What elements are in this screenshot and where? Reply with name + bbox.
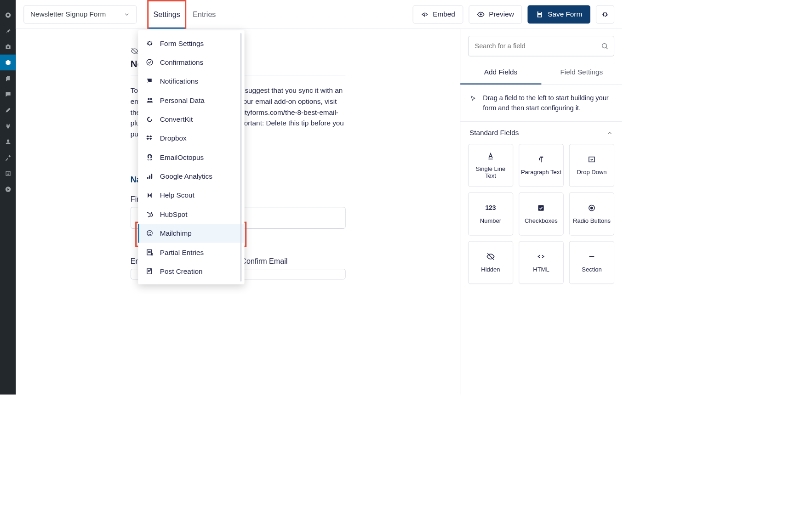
preview-button[interactable]: Preview [469,5,522,23]
form-settings-gear-button[interactable] [596,5,614,23]
plugins-icon[interactable] [0,118,16,134]
chevron-down-icon [124,11,130,17]
svg-point-11 [150,98,152,100]
mailchimp-icon [145,229,154,238]
cursor-icon [469,94,476,102]
pin-icon[interactable] [0,23,16,39]
svg-point-2 [7,46,9,48]
field-card-checkboxes[interactable]: Checkboxes [519,192,564,235]
svg-point-13 [150,156,150,156]
users-icon[interactable] [0,134,16,149]
field-search [468,36,614,56]
field-card-hidden[interactable]: Hidden [468,241,513,284]
svg-rect-1 [7,14,9,16]
tab-settings[interactable]: Settings [147,0,187,28]
svg-rect-30 [538,205,544,211]
svg-rect-14 [147,177,149,179]
settings-dropdown: Form SettingsConfirmationsNotificationsP… [138,30,244,284]
svg-line-27 [606,47,608,49]
embed-button[interactable]: Embed [413,5,463,23]
svg-rect-16 [151,174,152,179]
import-export-icon[interactable] [0,165,16,181]
svg-point-21 [149,232,149,233]
form-switcher-label: Newsletter Signup Form [30,10,106,18]
settings-item-notifications[interactable]: Notifications [138,72,244,91]
settings-item-convertkit[interactable]: ConvertKit [138,110,244,129]
svg-point-19 [151,212,152,213]
settings-item-help-scout[interactable]: Help Scout [138,186,244,204]
notifications-icon [145,77,154,86]
appearance-icon[interactable] [0,102,16,118]
form-settings-icon [145,39,154,48]
post-creation-icon [145,267,154,276]
help-scout-icon [145,191,154,200]
settings-item-google-analytics[interactable]: Google Analytics [138,167,244,186]
svg-rect-7 [538,15,541,17]
tab-entries[interactable]: Entries [187,0,223,28]
dashboard-icon[interactable] [0,7,16,23]
field-search-input[interactable] [468,36,614,56]
chevron-up-icon [606,130,613,136]
comments-icon[interactable] [0,86,16,102]
tab-add-fields[interactable]: Add Fields [460,61,541,84]
standard-fields-grid: Single Line TextParagraph TextDrop Down1… [460,144,622,292]
settings-item-hubspot[interactable]: HubSpot [138,205,244,224]
field-sidebar: Add Fields Field Settings Drag a field t… [460,29,622,395]
tools-icon[interactable] [0,150,16,165]
settings-item-partial-entries[interactable]: Partial Entries [138,243,244,262]
number-icon: 123 [485,204,496,213]
wp-admin-sidebar [0,0,16,395]
paragraph-text-icon [537,155,545,164]
single-line-text-icon [486,151,495,160]
field-card-radio-buttons[interactable]: Radio Buttons [569,192,614,235]
pages-icon[interactable] [0,70,16,86]
top-tabs: Settings Entries [147,0,222,28]
field-card-paragraph-text[interactable]: Paragraph Text [519,144,564,187]
right-tabs: Add Fields Field Settings [460,61,622,85]
settings-item-form-settings[interactable]: Form Settings [138,34,244,53]
radio-buttons-icon [588,204,596,213]
save-icon [536,11,543,18]
html-icon [537,252,545,261]
search-icon [601,42,609,50]
svg-point-22 [150,232,151,233]
field-card-html[interactable]: HTML [519,241,564,284]
settings-item-personal-data[interactable]: Personal Data [138,91,244,110]
svg-rect-29 [589,157,595,162]
settings-item-confirmations[interactable]: Confirmations [138,53,244,72]
play-icon[interactable] [0,181,16,197]
hidden-icon [486,252,495,261]
tab-field-settings[interactable]: Field Settings [541,61,622,84]
svg-point-5 [480,13,482,15]
hubspot-icon [145,210,154,219]
media-icon[interactable] [0,39,16,54]
checkboxes-icon [537,204,545,213]
field-card-section[interactable]: Section [569,241,614,284]
gravityforms-icon[interactable] [0,55,16,70]
editor-topbar: Newsletter Signup Form Settings Entries … [16,0,622,29]
save-form-button[interactable]: Save Form [528,5,590,23]
settings-item-dropbox[interactable]: Dropbox [138,129,244,147]
settings-item-emailoctopus[interactable]: EmailOctopus [138,148,244,167]
confirm-email-label: Confirm Email [241,257,345,265]
svg-point-12 [149,156,149,156]
code-icon [421,11,429,18]
settings-item-mailchimp[interactable]: Mailchimp [138,224,244,243]
google-analytics-icon [145,172,154,181]
gear-icon [601,11,609,18]
drop-down-icon [588,155,596,164]
confirm-email-input[interactable] [241,269,345,279]
field-card-number[interactable]: 123Number [468,192,513,235]
confirmations-icon [145,58,154,67]
field-card-drop-down[interactable]: Drop Down [569,144,614,187]
svg-point-10 [148,98,149,100]
eye-icon [477,11,485,18]
section-icon [588,252,596,261]
form-switcher[interactable]: Newsletter Signup Form [23,5,137,23]
partial-entries-icon [145,248,154,257]
field-card-single-line-text[interactable]: Single Line Text [468,144,513,187]
svg-point-9 [147,59,153,65]
standard-fields-header[interactable]: Standard Fields [460,122,622,144]
settings-item-post-creation[interactable]: Post Creation [138,262,244,281]
dropbox-icon [145,134,154,143]
